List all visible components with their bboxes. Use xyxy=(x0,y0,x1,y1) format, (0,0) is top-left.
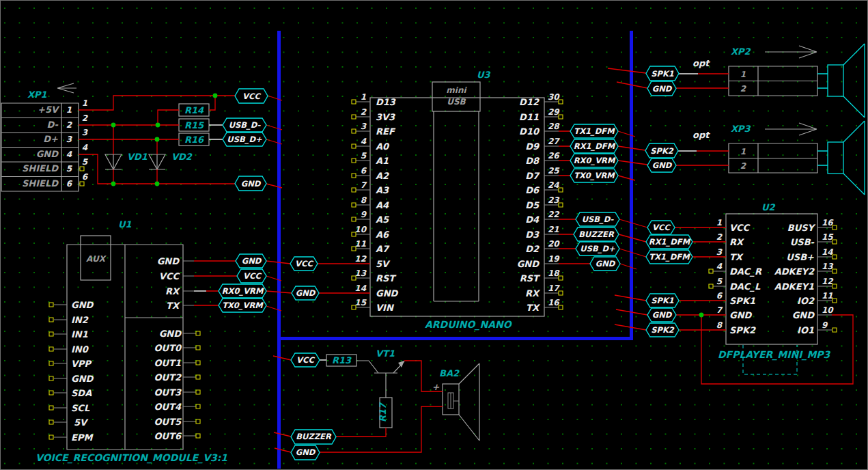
u1-pin-name: IN1 xyxy=(71,329,88,340)
xp3-pin-num: 1 xyxy=(740,147,746,156)
u1-pin-name: OUT3 xyxy=(154,387,181,398)
xp3-refdes: XP3 xyxy=(731,124,751,134)
u1-pin-name: EPM xyxy=(71,432,94,443)
net-label-text: SPK1 xyxy=(651,296,674,305)
net-label-text: SPK2 xyxy=(650,146,674,156)
net-label-text: USB_D- xyxy=(582,215,615,224)
net-label-text: GND xyxy=(596,259,616,268)
u3-pin-num: 20 xyxy=(548,239,560,249)
u2-pin-name: RX xyxy=(729,237,745,247)
net-label-text: GND xyxy=(652,310,673,320)
u1-pin-name: GND xyxy=(71,374,94,384)
u1-pin-name: OUT1 xyxy=(154,358,181,368)
u1-pin-name: OUT2 xyxy=(154,372,181,383)
u1-aux-label: AUX xyxy=(86,254,107,264)
u2-pin-name: GND xyxy=(792,310,815,320)
u3-pin-name: D8 xyxy=(525,156,540,166)
net-label-text: RX0_VRM xyxy=(222,286,264,296)
r14-refdes: R14 xyxy=(184,105,204,115)
u3-pin-name: RST xyxy=(376,273,397,284)
u3-pin-num: 21 xyxy=(548,225,559,234)
u2-pin-num: 10 xyxy=(822,305,834,315)
u3-pin-num: 25 xyxy=(548,166,560,176)
r15-refdes: R15 xyxy=(184,120,204,130)
u2-refdes: U2 xyxy=(761,202,776,212)
u3-pin-name: D12 xyxy=(519,97,540,107)
u1-pin-name: OUT4 xyxy=(154,402,181,412)
u2-pin-name: VCC xyxy=(729,223,751,233)
u3-pin-num: 15 xyxy=(354,298,367,307)
ba2-plus-sign: + xyxy=(432,382,440,392)
xp1-pin-num: 4 xyxy=(66,150,72,159)
xp1-row-name: GND xyxy=(36,149,59,159)
xp1-row-name: D- xyxy=(47,120,59,130)
net-label-text: GND xyxy=(242,256,262,266)
xp3-opt-label: opt xyxy=(692,130,710,140)
u3-pin-num: 12 xyxy=(354,254,367,264)
u1-pin-name: SDA xyxy=(71,388,92,398)
u3-pin-name: 5V xyxy=(376,259,391,269)
u3-usb-top: mini xyxy=(446,85,467,95)
net-label-text: TX0_VRM xyxy=(222,301,264,310)
u1-pin-name: TX xyxy=(166,301,181,311)
net-label-text: BUZZER xyxy=(296,432,332,441)
net-label-text: USB_D+ xyxy=(580,244,615,253)
u2-pin-name: DAC_R xyxy=(729,266,762,277)
u1-pin-name: VPP xyxy=(71,359,92,369)
u3-pin-name: A5 xyxy=(376,215,389,225)
u2-pin-name: USB+ xyxy=(786,252,814,262)
u3-usb-bottom: USB xyxy=(447,97,466,107)
u3-pin-num: 19 xyxy=(548,254,560,264)
u3-pin-name: VIN xyxy=(376,303,395,313)
u3-pin-name: GND xyxy=(376,288,399,299)
net-label-text: GND xyxy=(296,288,316,298)
u3-pin-name: D10 xyxy=(519,126,540,137)
net-label-text: VCC xyxy=(243,271,262,281)
u1-pin-name: IN0 xyxy=(71,344,89,355)
net-label-text: RX1_DFM xyxy=(574,141,616,151)
u2-pin-name: DAC_L xyxy=(729,281,761,292)
u2-pin-name: USB- xyxy=(790,237,815,247)
xp1-ext-num: 4 xyxy=(82,143,88,152)
net-label-text: TX1_DFM xyxy=(649,252,690,262)
net-label-text: GND xyxy=(241,179,262,189)
xp1-row-name: D+ xyxy=(43,134,58,144)
net-label-text: USB_D+ xyxy=(227,135,262,144)
u3-pin-name: A3 xyxy=(376,185,389,195)
r16-refdes: R16 xyxy=(184,135,205,145)
u1-refdes: U1 xyxy=(118,219,132,230)
u3-pin-num: 26 xyxy=(548,151,560,161)
u1-pin-name: GND xyxy=(71,300,94,310)
u1-pin-name: GND xyxy=(159,329,182,339)
net-label-text: RX0_VRM xyxy=(574,156,616,165)
net-label-text: VCC xyxy=(242,92,261,101)
u3-pin-num: 27 xyxy=(548,137,560,146)
r17-refdes: R17 xyxy=(378,402,388,422)
u2-pin-name: ADKEY2 xyxy=(774,266,815,277)
net-label-text: TX1_DFM xyxy=(574,126,615,136)
u3-pin-name: D2 xyxy=(525,244,540,254)
vt1-refdes: VT1 xyxy=(376,348,395,359)
u3-pin-name: A4 xyxy=(376,200,389,210)
xp1-row-name: +5V xyxy=(38,105,60,115)
u3-pin-num: 24 xyxy=(548,180,559,190)
u2-pin-num: 11 xyxy=(822,291,833,301)
u3-pin-name: A0 xyxy=(376,141,390,152)
u2-pin-name: BUSY xyxy=(787,223,816,233)
net-label-text: GND xyxy=(652,161,673,170)
net-label-text: RX1_DFM xyxy=(649,237,691,247)
schematic-canvas[interactable]: XP1 +5V D- D+ GND SHIELD SHIELD 1 2 3 4 … xyxy=(0,0,868,470)
u1-pin-name: GND xyxy=(157,256,180,266)
net-label-text: GND xyxy=(296,447,316,457)
u3-pin-num: 22 xyxy=(548,210,560,219)
u1-pin-name: OUT0 xyxy=(154,343,182,353)
xp1-ext-num: 1 xyxy=(82,98,87,108)
net-label-text: BUZZER xyxy=(578,230,615,239)
u1-pin-name: VCC xyxy=(159,271,180,281)
u2-pin-name: SPK2 xyxy=(729,325,756,335)
xp1-row-name: SHIELD xyxy=(22,163,59,174)
u2-pin-name: ADKEY1 xyxy=(774,281,814,292)
u3-pin-name: D11 xyxy=(519,112,539,122)
u3-pin-name: D6 xyxy=(525,185,540,195)
u2-pin-name: TX xyxy=(729,252,744,262)
